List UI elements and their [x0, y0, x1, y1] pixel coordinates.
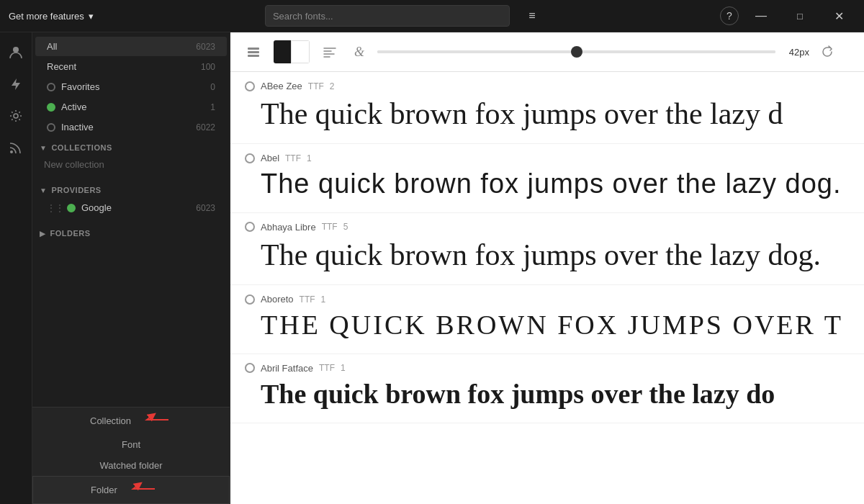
svg-rect-3: [248, 48, 259, 50]
font-entry-abee-zee[interactable]: ABee ZeeTTF2The quick brown fox jumps ov…: [230, 72, 864, 144]
font-style-button[interactable]: &: [350, 40, 369, 63]
maximize-button[interactable]: □: [783, 5, 816, 27]
main-area: All 6023 Recent 100 Favorites 0 Active 1: [0, 32, 864, 504]
font-preview-2: The quick brown fox jumps over the lazy …: [245, 237, 850, 273]
slider-thumb[interactable]: [571, 46, 582, 58]
font-count-1: 1: [307, 153, 312, 163]
font-entry-abel[interactable]: AbelTTF1The quick brown fox jumps over t…: [230, 144, 864, 213]
help-icon: ?: [726, 10, 732, 22]
tooltip-font[interactable]: Font: [32, 434, 230, 455]
minimize-button[interactable]: —: [744, 5, 778, 27]
reset-button[interactable]: [818, 40, 837, 63]
align-left-icon: [323, 45, 337, 59]
font-size-slider[interactable]: [377, 50, 775, 53]
collections-section-header[interactable]: ▼ COLLECTIONS: [32, 138, 230, 155]
tooltip-collection-label: Collection: [90, 415, 131, 426]
maximize-icon: □: [797, 11, 803, 22]
font-radio-3[interactable]: [245, 294, 255, 305]
providers-section-header[interactable]: ▼ PROVIDERS: [32, 180, 230, 197]
font-radio-1[interactable]: [245, 153, 255, 163]
svg-rect-4: [248, 51, 259, 53]
close-button[interactable]: ✕: [822, 5, 855, 27]
sidebar-bottom: Collection Font: [32, 407, 230, 504]
list-view-icon: [246, 45, 261, 59]
red-arrow-folder: [126, 482, 162, 496]
tooltip-watched-folder[interactable]: Watched folder: [32, 455, 230, 476]
close-icon: ✕: [834, 9, 844, 23]
inactive-radio: [47, 123, 55, 132]
font-name-3: Aboreto: [261, 294, 294, 305]
icon-bar-rss[interactable]: [3, 135, 29, 161]
font-radio-4[interactable]: [245, 363, 255, 373]
red-arrow-collection: [140, 413, 176, 427]
sidebar-item-active[interactable]: Active 1: [35, 97, 227, 117]
list-view-button[interactable]: [242, 40, 265, 63]
font-meta-4: Abril FatfaceTTF1: [245, 363, 850, 374]
font-radio-2[interactable]: [245, 222, 255, 232]
toolbar: & 42px: [230, 32, 864, 72]
svg-rect-5: [248, 55, 259, 57]
sidebar-item-all[interactable]: All 6023: [35, 37, 227, 56]
search-area: Search fonts... ≡: [94, 5, 720, 27]
tooltip-watched-folder-label: Watched folder: [100, 460, 163, 471]
font-meta-2: Abhaya LibreTTF5: [245, 222, 850, 233]
font-meta-3: AboretoTTF1: [245, 294, 850, 305]
folders-label: FOLDERS: [50, 229, 91, 238]
font-preview-0: The quick brown fox jumps over the lazy …: [245, 96, 850, 132]
titlebar: Get more features ▾ Search fonts... ≡ ? …: [0, 0, 864, 32]
font-type-2: TTF: [322, 222, 338, 232]
providers-arrow: ▼: [40, 186, 47, 194]
align-left-button[interactable]: [318, 40, 341, 63]
filter-icon: ≡: [528, 9, 535, 22]
icon-bar-user[interactable]: [3, 40, 29, 66]
ampersand-icon: &: [354, 45, 364, 60]
icon-bar-lightning[interactable]: [3, 71, 29, 97]
font-entry-aboreto[interactable]: AboretoTTF1THE QUICK BROWN FOX JUMPS OVE…: [230, 285, 864, 354]
font-name-4: Abril Fatface: [261, 363, 313, 374]
get-more-features-button[interactable]: Get more features ▾: [9, 11, 94, 22]
new-collection-button[interactable]: New collection: [32, 155, 230, 174]
svg-point-1: [14, 114, 18, 118]
folders-arrow: ▶: [40, 230, 46, 238]
sidebar-scroll: All 6023 Recent 100 Favorites 0 Active 1: [32, 32, 230, 407]
font-size-label: 42px: [784, 47, 809, 58]
sidebar-item-recent[interactable]: Recent 100: [35, 57, 227, 76]
font-name-0: ABee Zee: [261, 81, 302, 91]
icon-bar-settings[interactable]: [3, 103, 29, 129]
search-placeholder: Search fonts...: [273, 11, 333, 22]
color-swatch-button[interactable]: [274, 40, 310, 63]
folders-section-header[interactable]: ▶ FOLDERS: [32, 223, 230, 240]
font-meta-1: AbelTTF1: [245, 153, 850, 163]
tooltip-collection[interactable]: Collection: [32, 408, 230, 434]
search-box[interactable]: Search fonts...: [265, 5, 510, 27]
filter-button[interactable]: ≡: [516, 5, 549, 27]
providers-label: PROVIDERS: [51, 186, 101, 194]
features-label: Get more features: [9, 11, 84, 22]
lightning-icon: [9, 77, 23, 91]
font-entry-abril-fatface[interactable]: Abril FatfaceTTF1The quick brown fox jum…: [230, 354, 864, 423]
font-entry-abhaya-libre[interactable]: Abhaya LibreTTF5The quick brown fox jump…: [230, 213, 864, 285]
sidebar-item-favorites[interactable]: Favorites 0: [35, 77, 227, 96]
favorites-radio: [47, 83, 55, 91]
features-arrow: ▾: [89, 11, 94, 22]
content-area: & 42px ABee Z: [230, 32, 864, 504]
gear-icon: [9, 109, 23, 123]
font-preview-1: The quick brown fox jumps over the lazy …: [245, 168, 850, 201]
sidebar-item-inactive[interactable]: Inactive 6022: [35, 117, 227, 137]
svg-point-2: [10, 150, 13, 153]
collections-label: COLLECTIONS: [51, 143, 112, 152]
font-radio-0[interactable]: [245, 81, 255, 91]
tooltip-folder[interactable]: Folder: [32, 476, 230, 504]
help-button[interactable]: ?: [720, 6, 739, 25]
google-radio: [67, 204, 76, 212]
font-type-1: TTF: [285, 153, 301, 163]
sidebar: All 6023 Recent 100 Favorites 0 Active 1: [32, 32, 230, 504]
rss-icon: [9, 140, 23, 155]
sidebar-item-google[interactable]: ⋮⋮ Google 6023: [35, 198, 227, 217]
svg-point-0: [13, 47, 19, 53]
font-count-2: 5: [343, 222, 348, 232]
font-count-4: 1: [341, 363, 346, 373]
collections-arrow: ▼: [40, 144, 47, 152]
person-icon: [9, 45, 23, 60]
minimize-icon: —: [755, 9, 767, 22]
